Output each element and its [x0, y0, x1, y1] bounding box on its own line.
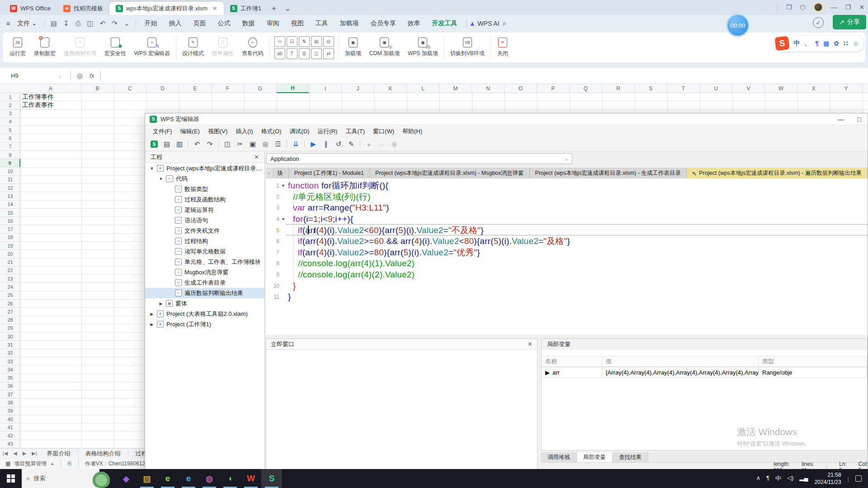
column-header-O[interactable]: O [505, 84, 537, 93]
editor-toolbar-undo[interactable]: ↶ [192, 139, 203, 150]
new-tab-button[interactable]: + [268, 4, 280, 15]
tree-item[interactable]: ‹›过程结构 [145, 236, 264, 246]
editor-toolbar-format[interactable]: ☲ [273, 139, 283, 150]
ribbon-button-design-mode[interactable]: ✎设计模式 [178, 34, 208, 61]
ribbon-button-view-code[interactable]: ‹›查看代码 [238, 34, 268, 61]
export-icon[interactable]: ↧ [60, 19, 72, 28]
tree-expand-icon[interactable]: ▶ [150, 312, 154, 316]
column-header-C[interactable]: C [114, 84, 146, 93]
form-control-icon[interactable]: T [287, 48, 297, 59]
row-header-40[interactable]: 40 [0, 415, 20, 423]
taskbar-app-file-explorer[interactable]: ▨ [137, 469, 157, 488]
column-header-W[interactable]: W [765, 84, 797, 93]
row-header-7[interactable]: 7 [0, 143, 20, 151]
row-header-20[interactable]: 20 [0, 250, 20, 258]
editor-minimize-button[interactable]: — [838, 116, 844, 123]
column-header-X[interactable]: X [797, 84, 830, 93]
row-header-28[interactable]: 28 [0, 316, 20, 324]
row-header-23[interactable]: 23 [0, 275, 20, 283]
wps-ai-tab[interactable]: WPS AI [477, 20, 499, 27]
tree-expand-icon[interactable]: ▶ [150, 322, 154, 327]
editor-toolbar-toggle-all[interactable]: ◉ [389, 139, 400, 150]
editor-menu-工[interactable]: 工具(T) [341, 127, 369, 136]
editor-toolbar-reset[interactable]: ↺ [333, 139, 344, 150]
ribbon-tab-效率[interactable]: 效率 [402, 15, 426, 32]
tab-scroll-left-icon[interactable]: ‹ [266, 168, 272, 178]
editor-menu-窗[interactable]: 窗口(W) [369, 127, 398, 136]
ribbon-button-addon-cube[interactable]: ▣加载项 [341, 34, 365, 61]
tray-icon[interactable]: ∧ [756, 474, 760, 483]
tab-close-icon[interactable]: ✕ [212, 5, 217, 12]
taskbar-app-wps-et[interactable]: S [261, 469, 282, 488]
document-tab[interactable]: ❖找稻壳模板 [57, 2, 109, 15]
row-header-34[interactable]: 34 [0, 366, 20, 374]
row-header-33[interactable]: 33 [0, 357, 20, 366]
row-header-39[interactable]: 39 [0, 407, 20, 415]
ribbon-button-vb-switch[interactable]: VB切换到VB环境 [446, 34, 489, 61]
column-header-S[interactable]: S [635, 84, 667, 93]
editor-toolbar-save[interactable]: ▥ [174, 139, 185, 150]
row-header-37[interactable]: 37 [0, 390, 20, 399]
sheet-nav-icon[interactable]: ◀ [10, 450, 19, 456]
floatbar-icon[interactable]: 、 [804, 39, 811, 47]
column-header-I[interactable]: I [309, 84, 342, 93]
sheet-tab[interactable]: 界面介绍 [40, 449, 78, 458]
tab-list-button[interactable]: ⌄ [280, 4, 295, 15]
row-header-17[interactable]: 17 [0, 225, 20, 233]
taskbar-app-internet-explorer[interactable]: e [157, 469, 178, 488]
editor-toolbar-new-doc[interactable]: ▤ [161, 139, 172, 150]
tree-item[interactable]: ‹›逻辑运算符 [145, 205, 264, 215]
file-menu[interactable]: 文件 ⌄ [13, 19, 42, 28]
row-header-19[interactable]: 19 [0, 242, 20, 250]
row-header-3[interactable]: 3 [0, 110, 20, 118]
row-header-10[interactable]: 10 [0, 168, 20, 176]
row-header-43[interactable]: 43 [0, 440, 20, 448]
document-tab[interactable]: Swps本地js宏速成课程目录.xlsm✕ [109, 2, 224, 15]
tree-item[interactable]: ‹›数据类型 [145, 184, 264, 194]
fold-arrow-icon[interactable]: ▼ [281, 217, 285, 221]
form-control-icon[interactable]: ⇄ [323, 48, 334, 59]
form-control-icon[interactable]: ⇅ [299, 36, 310, 47]
row-headers[interactable]: 1234567891011121314151617181920212223242… [0, 93, 20, 448]
form-control-icon[interactable]: ☑ [287, 36, 297, 47]
tree-item[interactable]: ▶≣Project (大表格工具箱2.0.xlam) [145, 309, 264, 319]
floatbar-icon[interactable]: ✿ [834, 40, 839, 47]
ribbon-tab-公式[interactable]: 公式 [212, 15, 236, 32]
editor-toolbar-run[interactable]: ▶ [308, 139, 319, 150]
row-header-42[interactable]: 42 [0, 432, 20, 440]
row-header-5[interactable]: 5 [0, 126, 20, 134]
column-header-J[interactable]: J [342, 84, 374, 93]
ribbon-button-js-doc[interactable]: JS运行宏 [5, 34, 30, 61]
redo-icon[interactable]: ↷ [108, 19, 121, 28]
immediate-close-icon[interactable]: ✕ [528, 341, 533, 347]
wps-s-logo[interactable]: S [775, 36, 790, 51]
code-tab[interactable]: Project (wps本地js宏速成课程目录.xlsm) - Msgbox消息… [370, 168, 530, 178]
fx-icon[interactable]: fx [86, 72, 98, 79]
row-header-31[interactable]: 31 [0, 341, 20, 349]
editor-toolbar-design-mode[interactable]: ✎ [346, 139, 357, 150]
editor-toolbar-paste[interactable]: ▣ [247, 139, 258, 150]
column-header-F[interactable]: F [212, 84, 244, 93]
form-control-icon[interactable]: ◎ [323, 36, 334, 47]
editor-bottom-tab[interactable]: 局部变量 [577, 452, 613, 462]
row-header-24[interactable]: 24 [0, 283, 20, 291]
editor-toolbar-breakpoint[interactable]: ● [363, 139, 374, 150]
ribbon-button-close-red[interactable]: ✕关闭 [493, 34, 513, 61]
tree-item[interactable]: ▶≣Project (工作簿1) [145, 319, 264, 329]
editor-titlebar[interactable]: S WPS 宏编辑器 [145, 113, 868, 125]
form-control-icon[interactable]: ▤ [311, 36, 322, 47]
form-control-icon[interactable]: ◫ [311, 48, 322, 59]
tree-item[interactable]: ▼‹›代码 [145, 174, 264, 184]
floatbar-icon[interactable]: ¶ [815, 40, 819, 47]
column-header-L[interactable]: L [407, 84, 439, 93]
column-header-R[interactable]: R [602, 84, 635, 93]
avatar[interactable] [814, 3, 823, 12]
editor-bottom-tab[interactable]: 查找结果 [613, 452, 648, 462]
editor-toolbar-pause[interactable]: ∥ [321, 139, 331, 150]
editor-toolbar-import[interactable]: ⇊ [290, 139, 301, 150]
ribbon-tab-加载项[interactable]: 加载项 [334, 15, 365, 32]
row-header-14[interactable]: 14 [0, 201, 20, 209]
floatbar-icon[interactable]: 中 [793, 39, 800, 47]
undo-icon[interactable]: ↶ [97, 19, 109, 28]
code-tab[interactable]: 块 [272, 168, 289, 178]
